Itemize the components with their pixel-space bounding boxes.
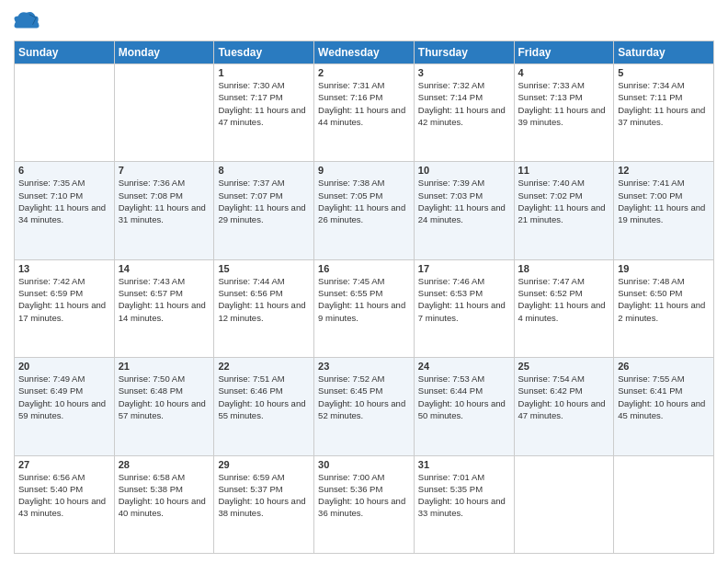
day-cell: 16Sunrise: 7:45 AMSunset: 6:55 PMDayligh…	[314, 259, 415, 357]
day-number: 6	[18, 165, 110, 176]
day-info: Sunrise: 7:50 AMSunset: 6:48 PMDaylight:…	[119, 373, 210, 421]
day-cell: 29Sunrise: 6:59 AMSunset: 5:37 PMDayligh…	[214, 455, 314, 553]
day-number: 23	[318, 361, 410, 372]
day-number: 5	[618, 67, 710, 78]
week-row-2: 6Sunrise: 7:35 AMSunset: 7:10 PMDaylight…	[15, 162, 714, 259]
day-number: 1	[218, 67, 310, 78]
day-info: Sunrise: 7:32 AMSunset: 7:14 PMDaylight:…	[418, 79, 510, 128]
day-info: Sunrise: 7:35 AMSunset: 7:10 PMDaylight:…	[18, 177, 110, 225]
day-number: 21	[119, 361, 210, 372]
day-cell: 6Sunrise: 7:35 AMSunset: 7:10 PMDaylight…	[15, 162, 115, 259]
day-info: Sunrise: 7:55 AMSunset: 6:41 PMDaylight:…	[618, 373, 710, 421]
day-info: Sunrise: 7:43 AMSunset: 6:57 PMDaylight:…	[119, 275, 210, 324]
day-cell: 10Sunrise: 7:39 AMSunset: 7:03 PMDayligh…	[414, 162, 514, 259]
day-cell: 12Sunrise: 7:41 AMSunset: 7:00 PMDayligh…	[614, 162, 714, 259]
day-cell: 13Sunrise: 7:42 AMSunset: 6:59 PMDayligh…	[15, 259, 115, 357]
day-cell: 1Sunrise: 7:30 AMSunset: 7:17 PMDaylight…	[214, 64, 314, 162]
weekday-thursday: Thursday	[414, 41, 514, 64]
day-number: 15	[218, 263, 310, 274]
day-cell: 24Sunrise: 7:53 AMSunset: 6:44 PMDayligh…	[414, 358, 514, 455]
day-cell: 4Sunrise: 7:33 AMSunset: 7:13 PMDaylight…	[514, 64, 614, 162]
week-row-3: 13Sunrise: 7:42 AMSunset: 6:59 PMDayligh…	[15, 259, 714, 357]
day-cell: 26Sunrise: 7:55 AMSunset: 6:41 PMDayligh…	[614, 358, 714, 455]
day-cell: 22Sunrise: 7:51 AMSunset: 6:46 PMDayligh…	[214, 358, 314, 455]
day-number: 14	[119, 263, 210, 274]
header	[14, 9, 714, 35]
day-info: Sunrise: 7:36 AMSunset: 7:08 PMDaylight:…	[119, 177, 210, 225]
day-cell: 7Sunrise: 7:36 AMSunset: 7:08 PMDaylight…	[114, 162, 214, 259]
weekday-saturday: Saturday	[614, 41, 714, 64]
logo-icon	[14, 9, 40, 35]
day-cell	[614, 455, 714, 553]
day-cell: 15Sunrise: 7:44 AMSunset: 6:56 PMDayligh…	[214, 259, 314, 357]
day-number: 31	[418, 459, 510, 470]
day-cell: 14Sunrise: 7:43 AMSunset: 6:57 PMDayligh…	[114, 259, 214, 357]
day-number: 10	[418, 165, 510, 176]
day-cell: 5Sunrise: 7:34 AMSunset: 7:11 PMDaylight…	[614, 64, 714, 162]
day-number: 2	[318, 67, 410, 78]
day-cell	[114, 64, 214, 162]
day-number: 13	[18, 263, 110, 274]
day-info: Sunrise: 7:38 AMSunset: 7:05 PMDaylight:…	[318, 177, 410, 225]
day-cell: 2Sunrise: 7:31 AMSunset: 7:16 PMDaylight…	[314, 64, 415, 162]
day-number: 16	[318, 263, 410, 274]
day-number: 19	[618, 263, 710, 274]
day-info: Sunrise: 7:33 AMSunset: 7:13 PMDaylight:…	[518, 79, 610, 128]
day-info: Sunrise: 7:30 AMSunset: 7:17 PMDaylight:…	[218, 79, 310, 128]
day-info: Sunrise: 6:56 AMSunset: 5:40 PMDaylight:…	[18, 471, 110, 520]
weekday-sunday: Sunday	[15, 41, 115, 64]
day-number: 27	[18, 459, 110, 470]
day-cell: 18Sunrise: 7:47 AMSunset: 6:52 PMDayligh…	[514, 259, 614, 357]
weekday-monday: Monday	[114, 41, 214, 64]
day-info: Sunrise: 7:01 AMSunset: 5:35 PMDaylight:…	[418, 471, 510, 520]
day-number: 28	[119, 459, 210, 470]
day-number: 9	[318, 165, 410, 176]
day-number: 20	[18, 361, 110, 372]
day-number: 12	[618, 165, 710, 176]
day-info: Sunrise: 7:54 AMSunset: 6:42 PMDaylight:…	[518, 373, 610, 421]
day-cell: 3Sunrise: 7:32 AMSunset: 7:14 PMDaylight…	[414, 64, 514, 162]
calendar-table: SundayMondayTuesdayWednesdayThursdayFrid…	[14, 40, 714, 554]
day-number: 30	[318, 459, 410, 470]
day-info: Sunrise: 7:37 AMSunset: 7:07 PMDaylight:…	[218, 177, 310, 225]
day-number: 3	[418, 67, 510, 78]
day-cell: 19Sunrise: 7:48 AMSunset: 6:50 PMDayligh…	[614, 259, 714, 357]
day-number: 25	[518, 361, 610, 372]
weekday-friday: Friday	[514, 41, 614, 64]
day-info: Sunrise: 7:39 AMSunset: 7:03 PMDaylight:…	[418, 177, 510, 225]
day-info: Sunrise: 7:52 AMSunset: 6:45 PMDaylight:…	[318, 373, 410, 421]
day-number: 18	[518, 263, 610, 274]
day-info: Sunrise: 6:59 AMSunset: 5:37 PMDaylight:…	[218, 471, 310, 520]
day-info: Sunrise: 7:00 AMSunset: 5:36 PMDaylight:…	[318, 471, 410, 520]
day-info: Sunrise: 7:34 AMSunset: 7:11 PMDaylight:…	[618, 79, 710, 128]
day-cell: 30Sunrise: 7:00 AMSunset: 5:36 PMDayligh…	[314, 455, 415, 553]
day-cell	[15, 64, 115, 162]
day-cell: 21Sunrise: 7:50 AMSunset: 6:48 PMDayligh…	[114, 358, 214, 455]
day-cell: 17Sunrise: 7:46 AMSunset: 6:53 PMDayligh…	[414, 259, 514, 357]
day-info: Sunrise: 7:49 AMSunset: 6:49 PMDaylight:…	[18, 373, 110, 421]
day-info: Sunrise: 7:45 AMSunset: 6:55 PMDaylight:…	[318, 275, 410, 324]
day-cell: 31Sunrise: 7:01 AMSunset: 5:35 PMDayligh…	[414, 455, 514, 553]
day-info: Sunrise: 7:40 AMSunset: 7:02 PMDaylight:…	[518, 177, 610, 225]
day-cell: 9Sunrise: 7:38 AMSunset: 7:05 PMDaylight…	[314, 162, 415, 259]
day-info: Sunrise: 7:31 AMSunset: 7:16 PMDaylight:…	[318, 79, 410, 128]
day-cell: 11Sunrise: 7:40 AMSunset: 7:02 PMDayligh…	[514, 162, 614, 259]
day-info: Sunrise: 7:48 AMSunset: 6:50 PMDaylight:…	[618, 275, 710, 324]
day-info: Sunrise: 7:53 AMSunset: 6:44 PMDaylight:…	[418, 373, 510, 421]
day-number: 4	[518, 67, 610, 78]
day-info: Sunrise: 7:47 AMSunset: 6:52 PMDaylight:…	[518, 275, 610, 324]
page: SundayMondayTuesdayWednesdayThursdayFrid…	[0, 0, 728, 563]
day-info: Sunrise: 7:42 AMSunset: 6:59 PMDaylight:…	[18, 275, 110, 324]
day-number: 7	[119, 165, 210, 176]
day-cell: 27Sunrise: 6:56 AMSunset: 5:40 PMDayligh…	[15, 455, 115, 553]
day-number: 29	[218, 459, 310, 470]
day-cell: 20Sunrise: 7:49 AMSunset: 6:49 PMDayligh…	[15, 358, 115, 455]
weekday-header-row: SundayMondayTuesdayWednesdayThursdayFrid…	[15, 41, 714, 64]
logo	[14, 9, 43, 35]
day-cell	[514, 455, 614, 553]
day-number: 24	[418, 361, 510, 372]
day-cell: 28Sunrise: 6:58 AMSunset: 5:38 PMDayligh…	[114, 455, 214, 553]
weekday-wednesday: Wednesday	[314, 41, 415, 64]
day-cell: 23Sunrise: 7:52 AMSunset: 6:45 PMDayligh…	[314, 358, 415, 455]
day-cell: 8Sunrise: 7:37 AMSunset: 7:07 PMDaylight…	[214, 162, 314, 259]
